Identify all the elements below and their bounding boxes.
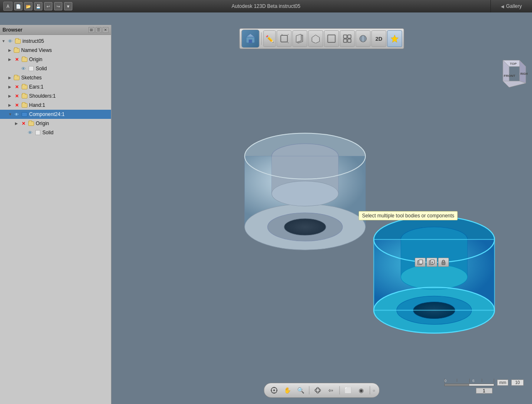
strip-front-btn[interactable] [277, 30, 292, 47]
titlebar-left: A 📄 📂 💾 ↩ ↪ ▼ [3, 2, 72, 11]
component24-label: Component24:1 [29, 111, 64, 117]
comp-origin-folder-icon [28, 120, 34, 127]
browser-ctrl-2[interactable]: ☰ [96, 27, 101, 33]
tooltip-text: Select multiple tool bodies or component… [362, 213, 454, 219]
scale-ruler-label: 1 [476, 388, 493, 394]
viewcube-right-label: RIGHT [520, 72, 528, 75]
gallery-panel[interactable]: ◀ Gallery [490, 0, 532, 12]
bt-display-btn[interactable]: ⬜ [342, 384, 354, 396]
object-blue [374, 217, 495, 333]
bt-zoom-btn[interactable]: 🔍 [295, 384, 306, 396]
quick-new-btn[interactable]: 📄 [14, 2, 22, 10]
viewport[interactable]: ✏️ [111, 25, 532, 404]
strip-render-btn[interactable] [356, 30, 371, 47]
strip-star-btn[interactable] [387, 30, 402, 47]
svg-point-51 [273, 389, 275, 391]
comp-solid-eye-icon: 👁 [27, 129, 33, 136]
browser-ctrl-close[interactable]: ✕ [103, 27, 108, 33]
shoulders-folder-icon [21, 93, 28, 99]
ctx-btn-2[interactable] [426, 258, 437, 267]
hand-label: Hand:1 [29, 102, 45, 108]
svg-rect-11 [344, 35, 347, 38]
svg-rect-44 [419, 260, 423, 264]
gallery-arrow-icon: ◀ [501, 4, 504, 9]
root-folder-icon [15, 38, 21, 44]
tree-sketches[interactable]: ▶ Sketches [0, 73, 111, 82]
tree-hand[interactable]: ▶ ✕ Hand:1 [0, 101, 111, 110]
comp-origin-label: Origin [36, 121, 49, 126]
svg-point-29 [272, 181, 338, 206]
object-grey [245, 133, 366, 250]
svg-rect-13 [344, 39, 347, 42]
sketches-folder-icon [13, 74, 20, 81]
tree-named-views[interactable]: ▶ Named Views [0, 46, 111, 55]
strip-back-btn[interactable] [293, 30, 308, 47]
svg-line-5 [288, 34, 289, 35]
svg-marker-9 [312, 35, 320, 43]
tree-comp-solid[interactable]: 👁 Solid [0, 128, 111, 137]
browser-ctrl-1[interactable]: ⊞ [89, 27, 94, 33]
sketches-label: Sketches [21, 75, 42, 81]
bt-pan-btn[interactable]: ✋ [281, 384, 293, 396]
svg-rect-12 [348, 35, 351, 38]
shoulders-arrow: ▶ [8, 94, 13, 98]
named-views-folder-icon [13, 47, 20, 54]
quick-open-btn[interactable]: 📂 [24, 2, 32, 10]
viewport-scene [111, 25, 532, 404]
tree-solid[interactable]: 👁 Solid [0, 64, 111, 73]
strip-top-btn[interactable] [308, 30, 323, 47]
gallery-label: Gallery [506, 3, 522, 9]
svg-point-16 [362, 35, 365, 42]
solid-label: Solid [36, 66, 47, 71]
shoulders-label: Shoulders:1 [29, 93, 56, 99]
titlebar: A 📄 📂 💾 ↩ ↪ ▼ Autodesk 123D Beta instruc… [0, 0, 532, 12]
strip-split-btn[interactable] [340, 30, 355, 47]
comp-origin-icon: ✕ [20, 120, 27, 127]
svg-point-39 [401, 264, 467, 289]
svg-marker-20 [520, 60, 526, 83]
tree-comp-origin[interactable]: ▶ ✕ Origin [0, 119, 111, 128]
quick-redo-btn[interactable]: ↪ [54, 2, 62, 10]
browser-controls: ⊞ ☰ ✕ [89, 27, 108, 33]
app-menu-icon[interactable]: A [3, 2, 12, 11]
ctx-btn-3[interactable] [438, 258, 449, 267]
strip-toolbar: ✏️ [239, 28, 404, 49]
tree-shoulders[interactable]: ▶ ✕ Shoulders:1 [0, 91, 111, 101]
viewcube[interactable]: TOP FRONT RIGHT [490, 58, 524, 91]
viewcube-top-label: TOP [510, 62, 517, 66]
bt-view-btn[interactable]: ◉ [355, 384, 367, 396]
sketches-arrow: ▶ [8, 76, 13, 80]
app-title: Autodesk 123D Beta instruct05 [232, 3, 300, 9]
strip-2d-btn[interactable]: 2D [372, 30, 387, 47]
bt-orbit-btn[interactable] [312, 384, 323, 396]
hand-icon: ✕ [13, 102, 20, 108]
bottom-toolbar: ✋ 🔍 ⇦ ⬜ ◉ ○ [264, 383, 379, 398]
ctx-btn-1[interactable] [415, 258, 426, 267]
viewcube-front-label: FRONT [504, 74, 515, 78]
comp-solid-label: Solid [42, 130, 54, 135]
browser-header: Browser ⊞ ☰ ✕ [0, 25, 111, 35]
svg-marker-21 [503, 81, 526, 87]
named-views-arrow: ▶ [8, 48, 13, 52]
bt-lookat-btn[interactable]: ⇦ [325, 384, 337, 396]
context-buttons [415, 258, 449, 267]
tree-component24[interactable]: ▼ 👁 Component24:1 [0, 110, 111, 119]
comp-origin-arrow: ▶ [15, 121, 20, 126]
solid-box-icon [28, 65, 34, 72]
quick-undo-btn[interactable]: ↩ [44, 2, 52, 10]
quick-more-btn[interactable]: ▼ [64, 2, 72, 10]
strip-home-btn[interactable] [241, 30, 260, 48]
strip-pencil-btn[interactable]: ✏️ [264, 30, 276, 47]
root-label: instruct05 [22, 38, 44, 44]
origin-label: Origin [29, 57, 42, 62]
bt-select-btn[interactable] [268, 384, 280, 396]
svg-rect-3 [281, 35, 288, 42]
tree-ears[interactable]: ▶ ✕ Ears:1 [0, 82, 111, 91]
ears-folder-icon [21, 84, 28, 90]
tree-root[interactable]: ▼ 👁 instruct05 [0, 37, 111, 46]
component24-arrow: ▼ [8, 112, 13, 116]
quick-save-btn[interactable]: 💾 [34, 2, 42, 10]
named-views-label: Named Views [21, 47, 52, 53]
strip-single-btn[interactable] [324, 30, 339, 47]
tree-origin[interactable]: ▶ ✕ Origin [0, 55, 111, 64]
